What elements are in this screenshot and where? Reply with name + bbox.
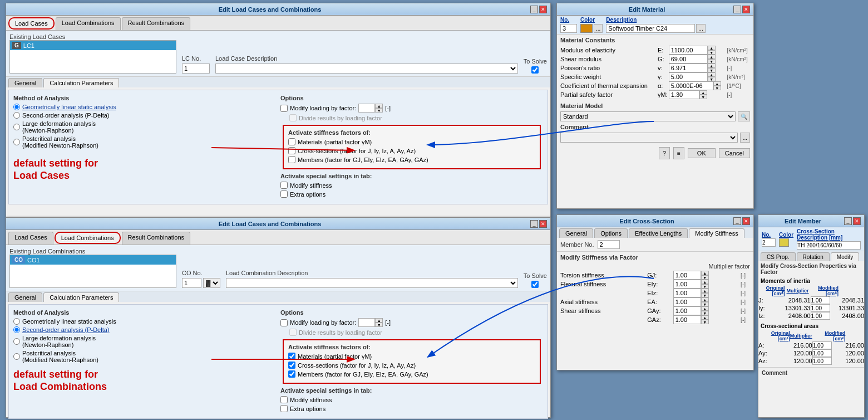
mat-g-down[interactable]: ▼ (708, 59, 716, 64)
mat-v-input[interactable] (669, 64, 708, 72)
divide-results-cb[interactable] (289, 114, 297, 121)
bottom-special-cb-2[interactable] (280, 405, 288, 412)
mat-psf-down[interactable]: ▼ (699, 95, 707, 99)
mat-alpha-input[interactable] (669, 81, 713, 90)
cs-eiy-input[interactable] (673, 280, 701, 289)
mat-e-input[interactable] (669, 46, 708, 55)
inner-tab-calc-params[interactable]: Calculation Parameters (43, 78, 119, 87)
em-tab-modify[interactable]: Modify (831, 252, 859, 261)
cs-gay-down[interactable]: ▼ (701, 311, 709, 315)
cs-tab-options[interactable]: Options (594, 228, 628, 238)
mat-model-search-btn[interactable]: 🔍 (738, 111, 750, 121)
bottom-method-radio-input-4[interactable] (13, 353, 20, 360)
bottom-modify-loading-cb[interactable] (280, 319, 288, 326)
mat-minimize-btn[interactable]: _ (733, 6, 741, 13)
bottom-loading-factor-input[interactable] (358, 318, 375, 327)
bottom-stiffness-cb-1[interactable] (288, 353, 295, 360)
mat-model-select[interactable]: Standard (560, 111, 736, 121)
close-btn[interactable]: ✕ (539, 6, 547, 13)
mat-g-up[interactable]: ▲ (708, 55, 716, 59)
bottom-to-solve-checkbox[interactable] (531, 281, 539, 288)
em-color-swatch[interactable] (779, 238, 789, 247)
mat-desc-btn[interactable]: ... (696, 24, 705, 33)
bottom-lc-desc-dropdown[interactable] (226, 278, 518, 288)
em-tab-cs-props[interactable]: CS Prop. (761, 252, 796, 261)
cs-ea-up[interactable]: ▲ (701, 297, 709, 302)
stiffness-cb-3[interactable] (288, 156, 295, 163)
mat-v-up[interactable]: ▲ (708, 64, 716, 68)
lc-desc-dropdown[interactable] (215, 64, 518, 74)
cs-gj-up[interactable]: ▲ (701, 271, 709, 275)
method-radio-input-3[interactable] (13, 124, 20, 130)
special-cb-2[interactable] (280, 191, 288, 198)
bottom-method-radio-input-3[interactable] (13, 338, 20, 345)
bottom-spin-up[interactable]: ▲ (375, 318, 383, 323)
bottom-stiffness-cb-2[interactable] (288, 362, 295, 369)
bottom-tab-load-combinations[interactable]: Load Combinations (55, 232, 121, 244)
mat-comment-btn[interactable]: ... (740, 133, 750, 143)
em-desc-input[interactable] (797, 241, 861, 250)
cs-minimize-btn[interactable]: _ (733, 217, 741, 225)
mat-comment-select[interactable] (560, 133, 738, 143)
stiffness-cb-1[interactable] (288, 138, 295, 145)
tab-load-cases[interactable]: Load Cases (8, 17, 55, 30)
special-cb-1[interactable] (280, 182, 288, 189)
co-no-input[interactable] (182, 278, 201, 288)
cs-eiy-up[interactable]: ▲ (701, 280, 709, 284)
bottom-special-cb-1[interactable] (280, 396, 288, 403)
mat-sw-input[interactable] (669, 72, 708, 81)
bottom-minimize-btn[interactable]: _ (530, 220, 538, 228)
co1-item[interactable]: CO CO1 (10, 255, 176, 265)
method-radio-input-2[interactable] (13, 112, 20, 119)
mat-psf-input[interactable] (669, 90, 699, 99)
tab-load-combinations[interactable]: Load Combinations (56, 17, 121, 30)
em-tab-rotation[interactable]: Rotation (797, 252, 830, 261)
stiffness-cb-2[interactable] (288, 147, 295, 154)
cs-eiz-up[interactable]: ▲ (701, 289, 709, 293)
bottom-close-btn[interactable]: ✕ (539, 220, 547, 228)
cs-eiy-down[interactable]: ▼ (701, 284, 709, 289)
spin-up[interactable]: ▲ (375, 104, 383, 108)
em-minimize-btn[interactable]: _ (844, 217, 852, 225)
cs-eiz-down[interactable]: ▼ (701, 293, 709, 297)
cs-gay-up[interactable]: ▲ (701, 306, 709, 311)
cs-gaz-up[interactable]: ▲ (701, 315, 709, 320)
mat-e-down[interactable]: ▼ (708, 50, 716, 55)
em-j-mult-input[interactable] (811, 296, 830, 304)
mat-btn-2[interactable]: ≡ (673, 147, 684, 159)
mat-close-btn[interactable]: ✕ (742, 6, 750, 13)
method-radio-input-4[interactable] (13, 139, 20, 145)
to-solve-checkbox[interactable] (531, 66, 539, 74)
lc-no-input[interactable] (182, 64, 210, 74)
mat-color-swatch[interactable] (580, 24, 593, 33)
loading-factor-input[interactable] (358, 104, 375, 113)
mat-alpha-down[interactable]: ▼ (713, 86, 721, 90)
co-color-select[interactable]: ▓ (203, 278, 220, 288)
bottom-method-radio-input-2[interactable] (13, 326, 20, 333)
mat-g-input[interactable] (669, 55, 708, 64)
mat-alpha-up[interactable]: ▲ (713, 81, 721, 86)
mat-color-btn[interactable]: ... (594, 24, 603, 33)
em-no-input[interactable] (762, 238, 776, 247)
em-iy-mult-input[interactable] (811, 304, 830, 312)
cs-member-no-input[interactable] (598, 240, 620, 249)
mat-sw-down[interactable]: ▼ (708, 77, 716, 81)
tab-result-combinations[interactable]: Result Combinations (122, 17, 191, 30)
em-ay-mult-input[interactable] (812, 349, 832, 357)
cs-gay-input[interactable] (673, 306, 701, 315)
cs-gaz-down[interactable]: ▼ (701, 320, 709, 324)
bottom-tab-result-combinations[interactable]: Result Combinations (122, 232, 191, 245)
bottom-inner-tab-general[interactable]: General (8, 292, 42, 302)
cs-gj-input[interactable] (673, 271, 701, 280)
mat-psf-up[interactable]: ▲ (699, 90, 707, 95)
cs-eiz-input[interactable] (673, 289, 701, 297)
cs-tab-eff-lengths[interactable]: Effective Lengths (629, 228, 688, 238)
bottom-inner-tab-calc-params[interactable]: Calculation Parameters (43, 292, 119, 302)
mat-sw-up[interactable]: ▲ (708, 72, 716, 77)
cs-ea-input[interactable] (673, 297, 701, 306)
mat-v-down[interactable]: ▼ (708, 68, 716, 72)
cs-gaz-input[interactable] (673, 315, 701, 324)
mat-cancel-btn[interactable]: Cancel (719, 148, 750, 158)
bottom-divide-results-cb[interactable] (289, 329, 297, 336)
mat-btn-1[interactable]: ? (659, 147, 670, 159)
